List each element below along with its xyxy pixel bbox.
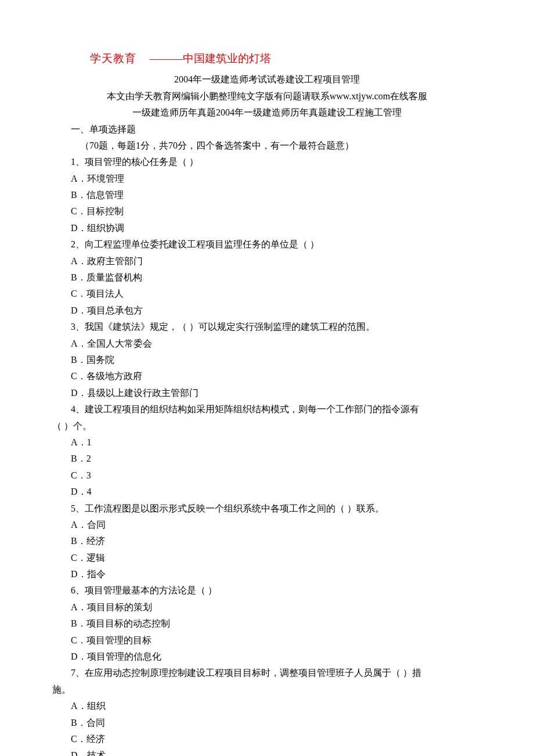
q1-option-d: D．组织协调: [71, 221, 482, 236]
q4-stem-line2: （ ）个。: [52, 419, 482, 434]
q3-stem: 3、我国《建筑法》规定，（ ）可以规定实行强制监理的建筑工程的范围。: [71, 319, 482, 334]
q3-option-b: B．国务院: [71, 352, 482, 368]
q1-option-b: B．信息管理: [71, 188, 482, 203]
q2-option-b: B．质量监督机构: [71, 270, 482, 285]
q6-option-a: A．项目目标的策划: [71, 600, 482, 615]
document-subtitle-1: 本文由学天教育网编辑小鹏整理纯文字版有问题请联系www.xtjyw.com在线客…: [52, 89, 482, 104]
q1-option-c: C．目标控制: [71, 204, 482, 219]
q2-option-d: D．项目总承包方: [71, 303, 482, 318]
q2-stem: 2、向工程监理单位委托建设工程项目监理任务的单位是（ ）: [71, 237, 482, 252]
brand-name: 学天教育: [90, 52, 136, 64]
section-heading: 一、单项选择题: [71, 122, 482, 137]
q3-option-d: D．县级以上建设行政主管部门: [71, 386, 482, 401]
section-hint: （70题，每题1分，共70分，四个备选答案中，有一个最符合题意）: [80, 138, 482, 153]
page-header: 学天教育 ———中国建筑业的灯塔: [90, 49, 482, 67]
q7-option-c: C．经济: [71, 732, 482, 747]
q6-option-c: C．项目管理的目标: [71, 633, 482, 648]
q4-option-d: D．4: [71, 484, 482, 499]
q1-option-a: A．环境管理: [71, 171, 482, 186]
q7-stem-line2: 施。: [52, 682, 482, 697]
q4-option-b: B．2: [71, 451, 482, 466]
q3-option-a: A．全国人大常委会: [71, 336, 482, 351]
q4-stem-line1: 4、建设工程项目的组织结构如采用矩阵组织结构模式，则每一个工作部门的指令源有: [71, 402, 482, 417]
q5-stem: 5、工作流程图是以图示形式反映一个组织系统中各项工作之间的（ ）联系。: [71, 501, 482, 516]
document-page: 学天教育 ———中国建筑业的灯塔 2004年一级建造师考试试卷建设工程项目管理 …: [0, 0, 534, 756]
q5-option-c: C．逻辑: [71, 550, 482, 566]
q5-option-d: D．指令: [71, 567, 482, 582]
q7-option-b: B．合同: [71, 715, 482, 730]
q1-stem: 1、项目管理的核心任务是（ ）: [71, 154, 482, 170]
q2-option-a: A．政府主管部门: [71, 254, 482, 269]
q4-option-a: A．1: [71, 435, 482, 450]
document-title: 2004年一级建造师考试试卷建设工程项目管理: [52, 72, 482, 87]
q5-option-b: B．经济: [71, 534, 482, 549]
document-subtitle-2: 一级建造师历年真题2004年一级建造师历年真题建设工程施工管理: [52, 105, 482, 120]
q7-stem-line1: 7、在应用动态控制原理控制建设工程项目目标时，调整项目管理班子人员属于（ ）措: [71, 665, 482, 681]
q3-option-c: C．各级地方政府: [71, 369, 482, 384]
q4-option-c: C．3: [71, 468, 482, 483]
q6-stem: 6、项目管理最基本的方法论是（ ）: [71, 583, 482, 598]
q2-option-c: C．项目法人: [71, 286, 482, 301]
q6-option-d: D．项目管理的信息化: [71, 649, 482, 664]
q7-option-d: D．技术: [71, 748, 482, 756]
q6-option-b: B．项目目标的动态控制: [71, 616, 482, 631]
brand-tagline: ———中国建筑业的灯塔: [150, 52, 271, 64]
q7-option-a: A．组织: [71, 699, 482, 714]
q5-option-a: A．合同: [71, 517, 482, 532]
